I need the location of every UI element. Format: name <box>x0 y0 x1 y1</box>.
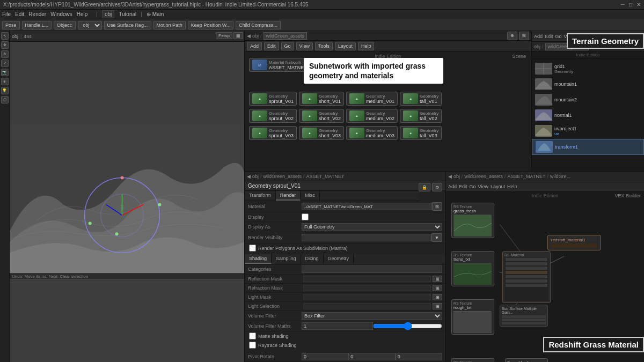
rp-go[interactable]: Go <box>555 34 562 39</box>
vex-path-matnet[interactable]: ASSET_MATNET <box>508 174 546 179</box>
terrain-node-transform1[interactable]: transform1 <box>532 139 644 155</box>
menu-help[interactable]: Help <box>77 11 88 17</box>
terrain-node-mountain1[interactable]: mountain1 <box>532 77 644 92</box>
material-network-node[interactable]: M Material Network ASSET_MATNET <box>249 58 310 72</box>
vex-middle-node[interactable]: RS Material <box>502 251 551 303</box>
render-vis-input[interactable] <box>302 234 431 241</box>
pivot-z[interactable] <box>396 353 442 360</box>
tab-dicing[interactable]: Dicing <box>301 254 324 264</box>
refraction-mask-input[interactable] <box>303 285 431 291</box>
tab-sampling[interactable]: Sampling <box>272 254 301 264</box>
raytrace-checkbox[interactable] <box>249 342 256 349</box>
reflection-mask-btn[interactable]: ⊞ <box>433 276 442 282</box>
vex-bump-node[interactable]: BumpMap1 <box>505 358 548 362</box>
sidebar-rotate-icon[interactable]: ↻ <box>1 50 9 58</box>
node-short-v03[interactable]: ▲ Geometry short_V03 <box>299 126 344 140</box>
vex-trans-node[interactable]: RS Texture trans_txt <box>451 251 494 286</box>
vex-redshift-material-node[interactable]: redshift_material1 <box>547 235 601 250</box>
vex-path-mat[interactable]: wildGre... <box>550 174 570 179</box>
ng-layout[interactable]: Layout <box>335 42 356 50</box>
categories-input[interactable] <box>302 265 442 273</box>
light-mask-btn[interactable]: ⊞ <box>433 294 442 300</box>
sidebar-camera-icon[interactable]: 📷 <box>1 69 9 76</box>
vp-perspective-btn[interactable]: Persp <box>216 32 232 39</box>
vex-path-back[interactable]: ◀ <box>448 174 452 179</box>
toolbar-handle[interactable]: Handle L... <box>22 21 52 29</box>
light-sel-btn[interactable]: ⊞ <box>433 303 442 309</box>
menu-windows[interactable]: Windows <box>50 11 72 17</box>
toolbar-motion-path[interactable]: Motion Path <box>153 21 186 29</box>
vex-help[interactable]: Help <box>507 184 517 189</box>
sidebar-mesh-icon[interactable]: ⬡ <box>1 96 9 104</box>
sidebar-eye-icon[interactable]: 👁 <box>1 78 9 85</box>
vex-norm-node[interactable]: RS Texture norm_txt <box>451 358 494 362</box>
light-sel-input[interactable] <box>303 303 431 309</box>
tab-misc[interactable]: Misc <box>301 191 320 201</box>
subdivision-checkbox[interactable] <box>249 245 256 252</box>
display-as-select[interactable]: Full Geometry <box>302 223 442 231</box>
path-wildgreen[interactable]: wildGreen_assets <box>264 32 308 40</box>
terrain-node-uvproject1[interactable]: uvproject1 uv <box>532 123 644 139</box>
display-checkbox[interactable] <box>302 213 309 220</box>
tab-geometry[interactable]: Geometry <box>324 254 354 264</box>
rp-add[interactable]: Add <box>534 34 543 39</box>
terrain-node-mountain2[interactable]: mountain2 <box>532 92 644 108</box>
toolbar-obj[interactable]: obj <box>102 10 114 18</box>
vex-path-obj[interactable]: obj <box>453 174 460 179</box>
toolbar-object-select[interactable]: obj <box>78 21 102 29</box>
close-btn[interactable]: ✕ <box>636 2 641 8</box>
node-medium-v02[interactable]: ▲ Geometry medium_V02 <box>346 109 398 123</box>
prop-path-obj[interactable]: obj <box>252 174 259 179</box>
toolbar-pose[interactable]: Pose <box>2 21 20 29</box>
node-tall-v03[interactable]: ▲ Geometry tall_V03 <box>400 126 442 140</box>
ng-view[interactable]: View <box>296 42 313 50</box>
menu-render[interactable]: Render <box>28 11 46 17</box>
ng-go[interactable]: Go <box>281 42 294 50</box>
node-tall-v02[interactable]: ▲ Geometry tall_V02 <box>400 109 442 123</box>
ng-edit[interactable]: Edit <box>264 42 279 50</box>
ng-add[interactable]: Add <box>247 42 262 50</box>
pivot-y[interactable] <box>348 353 395 360</box>
node-short-v01[interactable]: ▲ Geometry short_V01 <box>299 92 344 106</box>
menu-file[interactable]: File <box>2 11 11 17</box>
prop-gear-btn[interactable]: ⚙ <box>432 183 442 191</box>
sidebar-move-icon[interactable]: ✥ <box>1 41 9 49</box>
volume-filter-maths-input[interactable] <box>302 322 373 330</box>
vex-layout[interactable]: Layout <box>491 184 505 189</box>
prop-lock-btn[interactable]: 🔒 <box>419 183 430 191</box>
toolbar-child-compress[interactable]: Child Compress... <box>236 21 281 29</box>
vp-display-btn[interactable]: ▦ <box>233 32 243 39</box>
sidebar-select-icon[interactable]: ↖ <box>1 32 9 40</box>
light-mask-input[interactable] <box>303 294 431 300</box>
menu-edit[interactable]: Edit <box>15 11 24 17</box>
sidebar-light-icon[interactable]: 💡 <box>1 87 9 94</box>
prop-path-back[interactable]: ◀ <box>247 174 251 179</box>
vex-view[interactable]: View <box>478 184 488 189</box>
vex-albedo-node[interactable]: RS Texture grass_fresh <box>451 203 494 238</box>
volume-filter-slider[interactable] <box>373 323 442 329</box>
prop-path-wildgreen[interactable]: wildGreen_assets <box>264 174 302 179</box>
rp-edit[interactable]: Edit <box>545 34 553 39</box>
toolbar-main[interactable]: ⊕ Main <box>147 11 164 17</box>
terrain-node-normal1[interactable]: normal1 <box>532 108 644 123</box>
node-medium-v01[interactable]: ▲ Geometry medium_V01 <box>346 92 398 106</box>
node-sprout-v02[interactable]: ▲ Geometry sprout_V02 <box>249 109 297 123</box>
render-vis-btn[interactable]: ▼ <box>431 233 442 242</box>
vex-go[interactable]: Go <box>470 184 476 189</box>
vex-multiply-node[interactable]: Sub-Surface Multiple Gain... <box>500 305 548 327</box>
rp-path-obj[interactable]: obj <box>534 44 540 49</box>
vex-edit[interactable]: Edit <box>459 184 467 189</box>
node-sprout-v03[interactable]: ▲ Geometry sprout_V03 <box>249 126 297 140</box>
toolbar-surface-reg[interactable]: Use Surface Reg... <box>104 21 151 29</box>
volume-filter-select[interactable]: Box Filter <box>302 312 442 320</box>
ng-btn2[interactable]: ⊞ <box>519 32 529 40</box>
tab-transform[interactable]: Transform <box>245 191 276 201</box>
node-short-v02[interactable]: ▲ Geometry short_V02 <box>299 109 344 123</box>
material-input[interactable] <box>302 203 432 210</box>
prop-path-matnet[interactable]: ASSET_MATNET <box>306 174 345 179</box>
path-obj[interactable]: obj <box>252 33 259 39</box>
sidebar-scale-icon[interactable]: ⤢ <box>1 60 9 67</box>
tab-render[interactable]: Render <box>276 191 301 201</box>
terrain-node-grid1[interactable]: grid1 Geometry <box>532 61 644 77</box>
node-medium-v03[interactable]: ▲ Geometry medium_V03 <box>346 126 398 140</box>
